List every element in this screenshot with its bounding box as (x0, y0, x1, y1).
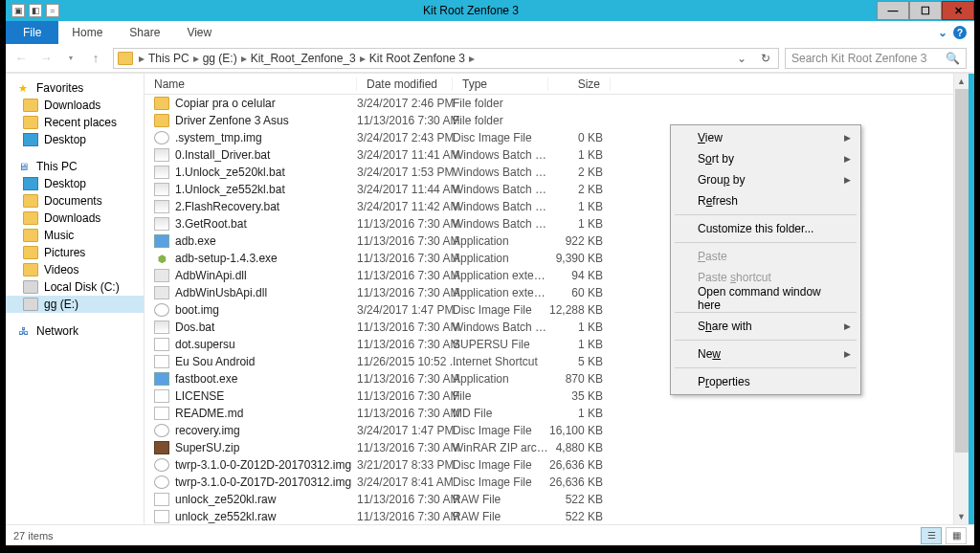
up-button[interactable]: ↑ (84, 47, 107, 70)
column-size[interactable]: Size (548, 77, 611, 91)
breadcrumb-item[interactable]: This PC (146, 52, 191, 65)
details-view-button[interactable]: ☰ (921, 527, 942, 544)
file-row[interactable]: twrp-3.1.0-0-Z012D-20170312.img3/21/2017… (145, 456, 953, 474)
file-size: 94 KB (548, 269, 611, 282)
vertical-scrollbar[interactable]: ▲ ▼ (953, 74, 969, 524)
nav-desktop[interactable]: Desktop (6, 131, 144, 148)
android-icon: ⬢ (154, 252, 169, 265)
nav-downloads[interactable]: Downloads (6, 97, 144, 114)
txt-icon (154, 493, 169, 506)
chevron-right-icon[interactable]: ▸ (358, 52, 368, 65)
file-size: 1 KB (548, 148, 611, 162)
scrollbar-thumb[interactable] (955, 89, 969, 453)
qat-button[interactable]: = (46, 4, 59, 17)
file-row[interactable]: twrp-3.1.0-0-Z017D-20170312.img3/24/2017… (145, 474, 953, 491)
menu-refresh[interactable]: Refresh (673, 190, 858, 211)
file-type: Internet Shortcut (453, 355, 548, 368)
nav-pictures[interactable]: Pictures (6, 244, 144, 261)
nav-music[interactable]: Music (6, 227, 144, 244)
favorites-root[interactable]: ★Favorites (6, 79, 144, 97)
menu-separator (675, 242, 857, 243)
file-row[interactable]: unlock_ze552kl.raw11/13/2016 7:30 AMRAW … (145, 508, 953, 524)
file-type: Windows Batch File (453, 148, 548, 162)
help-button[interactable]: ? (953, 26, 967, 39)
nav-local-disk[interactable]: Local Disk (C:) (6, 278, 144, 296)
menu-separator (675, 340, 857, 341)
nav-pc-downloads[interactable]: Downloads (6, 210, 144, 227)
file-name: unlock_ze520kl.raw (175, 493, 357, 506)
file-date: 11/26/2015 10:52 ... (357, 355, 453, 368)
home-tab[interactable]: Home (58, 21, 116, 44)
menu-sort-by[interactable]: Sort by▶ (673, 148, 858, 169)
search-input[interactable]: Search Kit Root Zenfone 3 🔍 (785, 48, 967, 69)
file-row[interactable]: README.md11/13/2016 7:30 AMMD File1 KB (145, 405, 953, 422)
breadcrumb-item[interactable]: gg (E:) (201, 52, 239, 65)
menu-new[interactable]: New▶ (673, 343, 858, 365)
nav-videos[interactable]: Videos (6, 261, 144, 278)
file-tab[interactable]: File (6, 21, 58, 44)
nav-recent-places[interactable]: Recent places (6, 114, 144, 131)
submenu-arrow-icon: ▶ (844, 154, 851, 164)
maximize-button[interactable]: ☐ (909, 1, 942, 20)
file-row[interactable]: unlock_ze520kl.raw11/13/2016 7:30 AMRAW … (145, 491, 953, 508)
file-name: SuperSU.zip (175, 441, 357, 454)
menu-customize[interactable]: Customize this folder... (673, 218, 858, 239)
menu-properties[interactable]: Properties (673, 371, 858, 392)
column-name[interactable]: Name (145, 77, 357, 91)
nav-pc-desktop[interactable]: Desktop (6, 175, 144, 192)
file-row[interactable]: recovery.img3/24/2017 1:47 PMDisc Image … (145, 422, 953, 439)
this-pc-root[interactable]: 🖥This PC (6, 158, 144, 175)
view-tab[interactable]: View (173, 21, 225, 44)
file-name: 0.Install_Driver.bat (175, 148, 357, 162)
menu-share-with[interactable]: Share with▶ (673, 316, 858, 337)
file-date: 3/24/2017 11:41 AM (357, 148, 453, 162)
file-date: 3/21/2017 8:33 PM (357, 458, 453, 472)
file-date: 11/13/2016 7:30 AM (357, 389, 453, 403)
folder-icon (154, 97, 169, 110)
menu-view[interactable]: View▶ (673, 127, 858, 148)
menu-group-by[interactable]: Group by▶ (673, 169, 858, 190)
disc-icon (154, 303, 169, 317)
file-size: 1 KB (548, 338, 611, 351)
bat-icon (154, 321, 169, 334)
forward-button[interactable]: → (34, 47, 57, 70)
network-root[interactable]: 🖧Network (6, 322, 144, 340)
folder-icon (23, 116, 38, 129)
nav-drive-e[interactable]: gg (E:) (6, 296, 144, 313)
chevron-right-icon[interactable]: ▸ (239, 52, 249, 65)
column-date[interactable]: Date modified (357, 77, 453, 91)
column-type[interactable]: Type (453, 77, 548, 91)
minimize-button[interactable]: — (877, 1, 909, 20)
scroll-down-button[interactable]: ▼ (954, 509, 969, 524)
file-size: 0 KB (548, 131, 611, 144)
breadcrumb-item[interactable]: Kit Root Zenfone 3 (368, 52, 467, 65)
nav-documents[interactable]: Documents (6, 192, 144, 210)
file-row[interactable]: Copiar pra o celular3/24/2017 2:46 PMFil… (145, 95, 953, 112)
file-type: Windows Batch File (453, 183, 548, 196)
share-tab[interactable]: Share (116, 21, 173, 44)
icons-view-button[interactable]: ▦ (946, 527, 967, 544)
file-row[interactable]: SuperSU.zip11/13/2016 7:30 AMWinRAR ZIP … (145, 439, 953, 456)
close-button[interactable]: ✕ (942, 1, 974, 20)
address-dropdown-button[interactable]: ⌄ (733, 52, 750, 65)
chevron-right-icon[interactable]: ▸ (137, 52, 146, 65)
address-bar[interactable]: ▸ This PC ▸ gg (E:) ▸ Kit_Root_Zenfone_3… (113, 48, 779, 69)
file-name: recovery.img (175, 424, 357, 437)
menu-open-cmd[interactable]: Open command window here (673, 288, 858, 309)
file-type: File (453, 389, 548, 403)
address-bar-row: ← → ▾ ↑ ▸ This PC ▸ gg (E:) ▸ Kit_Root_Z… (6, 44, 974, 73)
chevron-right-icon[interactable]: ▸ (191, 52, 201, 65)
txt-icon (154, 338, 169, 351)
submenu-arrow-icon: ▶ (844, 175, 851, 185)
scroll-up-button[interactable]: ▲ (954, 74, 969, 89)
breadcrumb-item[interactable]: Kit_Root_Zenfone_3 (249, 52, 358, 65)
back-button[interactable]: ← (10, 47, 33, 70)
chevron-right-icon[interactable]: ▸ (467, 52, 477, 65)
folder-icon (23, 246, 38, 259)
recent-locations-button[interactable]: ▾ (59, 47, 82, 70)
ribbon-toggle-icon[interactable]: ⌄ (932, 21, 953, 44)
refresh-button[interactable]: ↻ (757, 52, 774, 65)
file-type: File folder (453, 114, 548, 127)
file-date: 11/13/2016 7:30 AM (357, 372, 453, 386)
qat-button[interactable]: ◧ (29, 4, 42, 17)
